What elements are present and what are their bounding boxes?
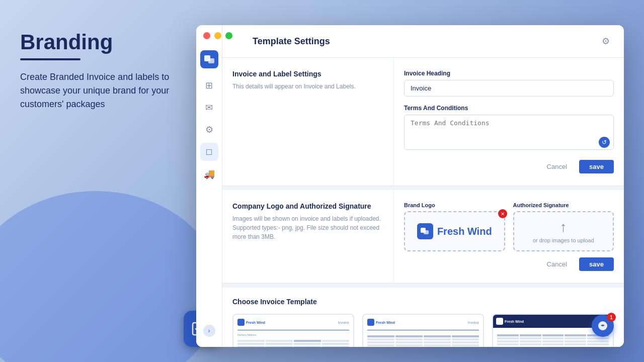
traffic-lights [203, 32, 232, 39]
truck-icon: 🚚 [204, 168, 215, 179]
template-preview-1: Fresh Wind Invoice Delivery Address [233, 315, 353, 347]
invoice-settings-left: Invoice and Label Settings This details … [222, 58, 393, 186]
upload-icon: ↑ [560, 219, 567, 235]
invoice-settings-desc: This details will appear on Invoice and … [232, 82, 383, 91]
content-area: Invoice and Label Settings This details … [222, 58, 624, 347]
sidebar-logo[interactable] [200, 50, 218, 68]
invoice-heading-input[interactable] [404, 80, 614, 97]
company-logo-section: Company Logo and Authorized Signature Im… [222, 190, 624, 284]
brand-logo-preview: Fresh Wind [413, 219, 496, 243]
invoice-heading-group: Invoice Heading [404, 70, 614, 97]
logo-cancel-button[interactable]: Cancel [539, 257, 575, 271]
terms-textarea[interactable] [404, 115, 614, 150]
logo-remove-button[interactable]: ✕ [498, 209, 507, 218]
main-content: Template Settings ⚙ Invoice and Label Se… [222, 25, 624, 347]
terms-wrapper: ↺ [404, 115, 614, 152]
mail-icon: ✉ [205, 102, 213, 113]
grid-icon: ⊞ [205, 80, 213, 91]
maximize-button[interactable] [225, 32, 232, 39]
terms-label: Terms And Conditions [404, 105, 614, 112]
invoice-save-button[interactable]: save [579, 160, 614, 173]
brand-logo-upload[interactable]: Fresh Wind ✕ [404, 211, 505, 251]
company-logo-title: Company Logo and Authorized Signature [232, 202, 383, 210]
sidebar-toggle[interactable]: › [203, 325, 215, 337]
brand-logo-text: Fresh Wind [437, 226, 492, 237]
sidebar-item-settings[interactable]: ⚙ [200, 121, 218, 139]
terms-group: Terms And Conditions ↺ [404, 105, 614, 152]
minimize-button[interactable] [214, 32, 221, 39]
company-logo-right: Brand Logo Fresh Wind [393, 190, 624, 283]
invoice-settings-right: Invoice Heading Terms And Conditions ↺ C… [393, 58, 624, 186]
brand-logo-label: Brand Logo [404, 202, 505, 208]
left-panel: Branding Create Branded Invoice and labe… [20, 30, 181, 111]
document-icon: □ [206, 147, 212, 157]
sidebar-item-grid[interactable]: ⊞ [200, 76, 218, 95]
sidebar-item-document[interactable]: □ [200, 143, 218, 161]
logo-actions: Cancel save [404, 257, 614, 271]
branding-description: Create Branded Invoice and labels to sho… [20, 70, 181, 111]
sidebar-item-truck[interactable]: 🚚 [200, 165, 218, 183]
authorized-sig-column: Authorized Signature ↑ or drop images to… [513, 202, 614, 251]
sidebar: ⊞ ✉ ⚙ □ 🚚 › [196, 25, 222, 347]
settings-icon: ⚙ [205, 124, 213, 135]
templates-title: Choose Invoice Template [232, 298, 614, 306]
upload-text: or drop images to upload [533, 237, 594, 243]
brand-logo-column: Brand Logo Fresh Wind [404, 202, 505, 251]
branding-heading: Branding [20, 30, 181, 54]
chat-badge: 1 [607, 313, 616, 322]
brand-logo-icon [417, 223, 433, 239]
invoice-settings-title: Invoice and Label Settings [232, 70, 383, 78]
invoice-settings-actions: Cancel save [404, 160, 614, 173]
gear-icon: ⚙ [602, 36, 610, 47]
logo-save-button[interactable]: save [579, 257, 614, 271]
authorized-sig-upload[interactable]: ↑ or drop images to upload [513, 211, 614, 251]
invoice-heading-label: Invoice Heading [404, 70, 614, 77]
upload-content: ↑ or drop images to upload [533, 219, 594, 243]
invoice-settings-section: Invoice and Label Settings This details … [222, 58, 624, 186]
logo-grid: Brand Logo Fresh Wind [404, 202, 614, 251]
invoice-template-section: Choose Invoice Template Fresh Wind Invoi… [222, 288, 624, 347]
template-card-2[interactable]: Fresh Wind Invoice [362, 314, 484, 347]
sidebar-item-mail[interactable]: ✉ [200, 99, 218, 117]
templates-grid: Fresh Wind Invoice Delivery Address [232, 314, 614, 347]
invoice-cancel-button[interactable]: Cancel [539, 160, 575, 173]
chat-widget[interactable]: 1 [592, 315, 614, 337]
authorized-sig-label: Authorized Signature [513, 202, 614, 208]
main-window: ⊞ ✉ ⚙ □ 🚚 › Template Settings ⚙ [196, 25, 624, 347]
template-preview-2: Fresh Wind Invoice [363, 315, 483, 347]
svg-rect-4 [424, 230, 429, 234]
refresh-button[interactable]: ↺ [599, 137, 610, 148]
window-title: Template Settings [253, 36, 330, 47]
close-button[interactable] [203, 32, 210, 39]
template-card-1[interactable]: Fresh Wind Invoice Delivery Address [232, 314, 354, 347]
company-logo-desc: Images will be shown on invoice and labe… [232, 214, 383, 241]
svg-rect-2 [208, 58, 214, 63]
window-header: Template Settings ⚙ [222, 25, 624, 58]
settings-gear-button[interactable]: ⚙ [598, 33, 614, 49]
company-logo-left: Company Logo and Authorized Signature Im… [222, 190, 393, 283]
heading-underline [20, 58, 80, 60]
